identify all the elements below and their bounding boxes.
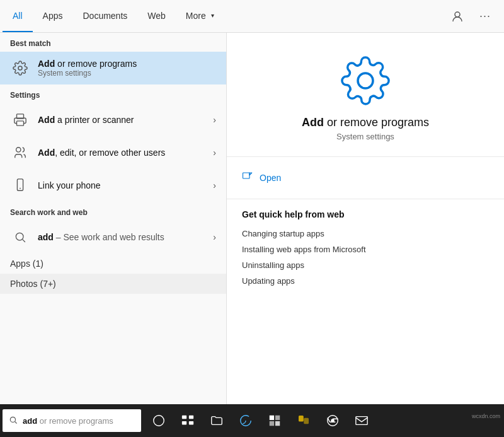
quick-help-section: Get quick help from web Changing startup… (227, 199, 504, 299)
svg-rect-11 (189, 416, 193, 419)
files-button[interactable] (290, 407, 318, 434)
printer-item-title: Add a printer or scanner (38, 115, 213, 125)
svg-point-5 (20, 188, 21, 189)
hero-subtitle: System settings (336, 132, 394, 141)
hero-title: Add or remove programs (302, 116, 429, 129)
search-web-item[interactable]: add – See work and web results › (0, 221, 226, 253)
store-button[interactable] (261, 407, 289, 434)
svg-rect-14 (270, 416, 274, 420)
tab-apps-label: Apps (43, 11, 63, 21)
svg-rect-18 (299, 416, 303, 421)
store-icon (268, 414, 282, 428)
users-item-title: Add, edit, or remove other users (38, 148, 213, 158)
hero-section: Add or remove programs System settings (227, 33, 504, 157)
printer-item-text: Add a printer or scanner (38, 115, 213, 125)
best-match-title: Add or remove programs (38, 59, 216, 69)
chrome-icon (326, 414, 340, 428)
edge-icon (239, 414, 253, 428)
taskbar: add or remove programs (0, 404, 504, 437)
search-web-text: add – See work and web results (38, 232, 213, 242)
tab-web[interactable]: Web (137, 0, 176, 32)
svg-rect-16 (270, 421, 274, 426)
main-content: Best match Add or remove programs System… (0, 33, 504, 404)
svg-rect-17 (275, 421, 280, 426)
ellipsis-icon: ··· (479, 9, 491, 23)
file-explorer-icon (210, 414, 224, 428)
phone-item-title: Link your phone (38, 180, 213, 190)
top-nav: All Apps Documents Web More ▾ ··· (0, 0, 504, 33)
tab-documents[interactable]: Documents (72, 0, 137, 32)
right-panel: Add or remove programs System settings O… (227, 33, 504, 404)
nav-right-buttons: ··· (446, 5, 501, 28)
svg-point-8 (10, 417, 15, 422)
svg-rect-7 (243, 173, 250, 178)
settings-label: Settings (0, 84, 226, 103)
users-icon (10, 143, 30, 163)
chevron-down-icon: ▾ (211, 12, 214, 19)
apps-label: Apps (1) (10, 259, 43, 269)
ellipsis-icon-button[interactable]: ··· (474, 5, 496, 28)
chevron-right-icon-2: › (213, 148, 216, 158)
cortana-button[interactable] (145, 407, 173, 434)
photos-category[interactable]: Photos (7+) (0, 274, 226, 294)
user-icon-button[interactable] (446, 5, 469, 28)
left-panel: Best match Add or remove programs System… (0, 33, 227, 404)
open-action[interactable]: Open (242, 167, 489, 189)
file-explorer-button[interactable] (203, 407, 231, 434)
svg-rect-12 (182, 421, 186, 425)
svg-rect-2 (17, 121, 24, 125)
mail-button[interactable] (348, 407, 375, 434)
search-web-title: add – See work and web results (38, 232, 213, 242)
best-match-item[interactable]: Add or remove programs System settings (0, 52, 226, 84)
chevron-right-icon-3: › (213, 180, 216, 190)
apps-category[interactable]: Apps (1) (0, 253, 226, 274)
edge-button[interactable] (232, 407, 260, 434)
taskbar-search[interactable]: add or remove programs (3, 409, 141, 432)
tab-more-label: More (186, 11, 206, 21)
svg-rect-22 (356, 417, 367, 425)
right-actions: Open (227, 157, 504, 199)
chevron-right-icon-4: › (213, 232, 216, 242)
task-view-icon (181, 414, 195, 428)
svg-rect-19 (304, 418, 308, 423)
quick-help-link-0[interactable]: Changing startup apps (242, 226, 489, 242)
best-match-text: Add or remove programs System settings (38, 59, 216, 78)
mail-icon (355, 414, 369, 428)
open-label: Open (260, 173, 281, 183)
quick-help-title: Get quick help from web (242, 209, 489, 219)
best-match-label: Best match (0, 33, 226, 52)
phone-item-text: Link your phone (38, 180, 213, 190)
tab-web-label: Web (147, 11, 166, 21)
watermark: wcxdn.com (472, 413, 500, 419)
settings-item-users[interactable]: Add, edit, or remove other users › (0, 136, 226, 169)
tab-all-label: All (13, 11, 23, 21)
tab-apps[interactable]: Apps (33, 0, 73, 32)
svg-point-3 (16, 148, 21, 152)
quick-help-link-1[interactable]: Installing web apps from Microsoft (242, 242, 489, 257)
quick-help-link-3[interactable]: Updating apps (242, 273, 489, 289)
hero-gear-icon (340, 55, 391, 106)
svg-point-6 (16, 233, 23, 240)
settings-item-printer[interactable]: Add a printer or scanner › (0, 103, 226, 136)
users-item-text: Add, edit, or remove other users (38, 148, 213, 158)
files-icon (297, 414, 311, 428)
quick-help-link-2[interactable]: Uninstalling apps (242, 257, 489, 273)
best-match-subtitle: System settings (38, 69, 216, 78)
tab-documents-label: Documents (83, 11, 127, 21)
cortana-icon (152, 414, 166, 428)
chrome-button[interactable] (319, 407, 346, 434)
svg-rect-10 (182, 416, 186, 419)
tab-all[interactable]: All (3, 0, 33, 32)
svg-point-0 (455, 12, 460, 17)
taskbar-search-icon (9, 416, 18, 426)
settings-gear-icon (10, 58, 30, 78)
tab-more[interactable]: More ▾ (176, 0, 224, 32)
task-view-button[interactable] (174, 407, 202, 434)
svg-rect-13 (189, 421, 193, 425)
chevron-right-icon: › (213, 115, 216, 125)
photos-label: Photos (7+) (10, 279, 56, 289)
settings-item-phone[interactable]: Link your phone › (0, 169, 226, 202)
search-icon (10, 227, 30, 247)
phone-icon (10, 175, 30, 195)
taskbar-search-text: add or remove programs (23, 416, 113, 426)
